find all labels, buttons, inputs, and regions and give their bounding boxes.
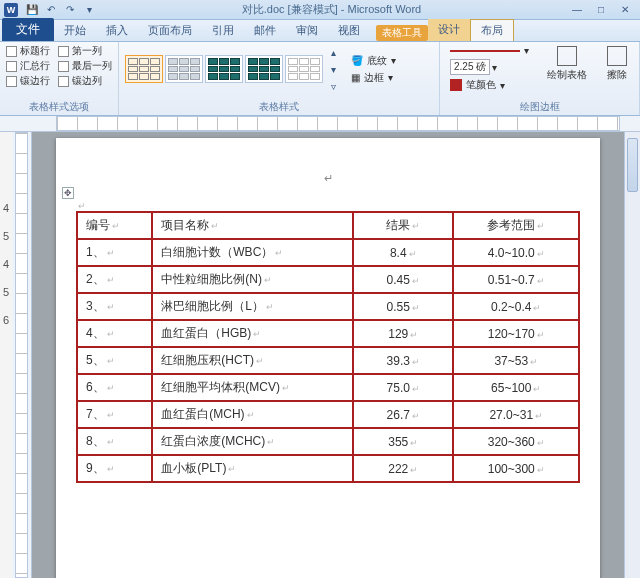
ruler-horizontal[interactable] <box>0 116 640 132</box>
group-table-styles: ▴ ▾ ▿ 🪣底纹▾ ▦边框▾ 表格样式 <box>119 42 440 115</box>
close-button[interactable]: ✕ <box>614 3 636 17</box>
table-row[interactable]: 8、↵红蛋白浓度(MCHC)↵355↵320~360↵ <box>77 428 579 455</box>
table-move-handle[interactable]: ✥ <box>62 187 74 199</box>
table-cell[interactable]: 100~300↵ <box>453 455 579 482</box>
table-cell[interactable]: 39.3↵ <box>353 347 453 374</box>
selection-gutter: 4 5 4 5 6 <box>0 132 12 578</box>
table-cell[interactable]: 白细胞计数（WBC）↵ <box>152 239 353 266</box>
style-thumb-2[interactable] <box>165 55 203 83</box>
table-row[interactable]: 5、↵红细胞压积(HCT)↵39.3↵37~53↵ <box>77 347 579 374</box>
pen-width[interactable]: 2.25 磅▾ <box>446 58 533 76</box>
table-row[interactable]: 4、↵血红蛋白（HGB)↵129↵120~170↵ <box>77 320 579 347</box>
tab-home[interactable]: 开始 <box>54 20 96 41</box>
table-cell[interactable]: 27.0~31↵ <box>453 401 579 428</box>
gallery-down-icon[interactable]: ▾ <box>325 61 341 77</box>
chk-header-row[interactable]: 标题行 <box>6 44 50 58</box>
table-cell[interactable]: 4.0~10.0↵ <box>453 239 579 266</box>
tab-file[interactable]: 文件 <box>2 18 54 41</box>
table-cell[interactable]: 红蛋白浓度(MCHC)↵ <box>152 428 353 455</box>
undo-icon[interactable]: ↶ <box>43 2 59 18</box>
chk-total-row[interactable]: 汇总行 <box>6 59 50 73</box>
group-label-table-styles: 表格样式 <box>125 99 433 114</box>
scrollbar-vertical[interactable] <box>624 132 640 578</box>
table-row[interactable]: 1、↵白细胞计数（WBC）↵8.4↵4.0~10.0↵ <box>77 239 579 266</box>
table-cell[interactable]: 8、↵ <box>77 428 152 455</box>
style-thumb-3[interactable] <box>205 55 243 83</box>
maximize-button[interactable]: □ <box>590 3 612 17</box>
tab-layout[interactable]: 布局 <box>470 19 514 41</box>
gallery-up-icon[interactable]: ▴ <box>325 44 341 60</box>
table-cell[interactable]: 血红蛋白(MCH)↵ <box>152 401 353 428</box>
table-cell[interactable]: 129↵ <box>353 320 453 347</box>
table-cell[interactable]: 6、↵ <box>77 374 152 401</box>
chk-banded-cols[interactable]: 镶边列 <box>58 74 112 88</box>
table-cell[interactable]: 355↵ <box>353 428 453 455</box>
table-cell[interactable]: 0.55↵ <box>353 293 453 320</box>
paragraph-mark: ↵ <box>107 275 115 285</box>
table-cell[interactable]: 0.2~0.4↵ <box>453 293 579 320</box>
tab-review[interactable]: 审阅 <box>286 20 328 41</box>
qat-more-icon[interactable]: ▾ <box>81 2 97 18</box>
table-cell[interactable]: 0.51~0.7↵ <box>453 266 579 293</box>
table-row[interactable]: 7、↵血红蛋白(MCH)↵26.7↵27.0~31↵ <box>77 401 579 428</box>
ruler-vertical[interactable] <box>12 132 32 578</box>
eraser-button[interactable]: 擦除 <box>601 44 633 84</box>
style-thumb-1[interactable] <box>125 55 163 83</box>
style-gallery[interactable]: ▴ ▾ ▿ <box>125 44 341 94</box>
table-cell[interactable]: 9、↵ <box>77 455 152 482</box>
table-row[interactable]: 6、↵红细胞平均体积(MCV)↵75.0↵65~100↵ <box>77 374 579 401</box>
table-cell[interactable]: 0.45↵ <box>353 266 453 293</box>
redo-icon[interactable]: ↷ <box>62 2 78 18</box>
table-header-row[interactable]: 编号↵ 项目名称↵ 结果↵ 参考范围↵ <box>77 212 579 239</box>
tab-mailings[interactable]: 邮件 <box>244 20 286 41</box>
chk-banded-rows[interactable]: 镶边行 <box>6 74 50 88</box>
pen-color[interactable]: 笔颜色▾ <box>446 77 533 93</box>
table-cell[interactable]: 淋巴细胞比例（L）↵ <box>152 293 353 320</box>
style-thumb-5[interactable] <box>285 55 323 83</box>
save-icon[interactable]: 💾 <box>24 2 40 18</box>
table-cell[interactable]: 320~360↵ <box>453 428 579 455</box>
table-cell[interactable]: 中性粒细胞比例(N)↵ <box>152 266 353 293</box>
data-table[interactable]: 编号↵ 项目名称↵ 结果↵ 参考范围↵ 1、↵白细胞计数（WBC）↵8.4↵4.… <box>76 211 580 483</box>
chk-last-col[interactable]: 最后一列 <box>58 59 112 73</box>
table-row[interactable]: 2、↵中性粒细胞比例(N)↵0.45↵0.51~0.7↵ <box>77 266 579 293</box>
table-cell[interactable]: 5、↵ <box>77 347 152 374</box>
style-thumb-4[interactable] <box>245 55 283 83</box>
table-cell[interactable]: 75.0↵ <box>353 374 453 401</box>
page-area[interactable]: ↵ ✥ ↵ 编号↵ 项目名称↵ 结果↵ 参考范围↵ 1、↵白细胞计数（WBC）↵… <box>32 132 624 578</box>
shading-button[interactable]: 🪣底纹▾ <box>347 53 400 69</box>
table-row[interactable]: 3、↵淋巴细胞比例（L）↵0.55↵0.2~0.4↵ <box>77 293 579 320</box>
table-cell[interactable]: 3、↵ <box>77 293 152 320</box>
table-cell[interactable]: 红细胞平均体积(MCV)↵ <box>152 374 353 401</box>
tab-insert[interactable]: 插入 <box>96 20 138 41</box>
table-cell[interactable]: 65~100↵ <box>453 374 579 401</box>
scroll-thumb[interactable] <box>627 138 638 192</box>
table-cell[interactable]: 1、↵ <box>77 239 152 266</box>
document-page[interactable]: ↵ ✥ ↵ 编号↵ 项目名称↵ 结果↵ 参考范围↵ 1、↵白细胞计数（WBC）↵… <box>56 138 600 578</box>
table-cell[interactable]: 红细胞压积(HCT)↵ <box>152 347 353 374</box>
table-cell[interactable]: 7、↵ <box>77 401 152 428</box>
gallery-more-icon[interactable]: ▿ <box>325 78 341 94</box>
paragraph-mark: ↵ <box>267 437 275 447</box>
paragraph-mark: ↵ <box>412 357 420 367</box>
table-cell[interactable]: 血红蛋白（HGB)↵ <box>152 320 353 347</box>
table-cell[interactable]: 26.7↵ <box>353 401 453 428</box>
tab-design[interactable]: 设计 <box>428 19 470 41</box>
table-cell[interactable]: 120~170↵ <box>453 320 579 347</box>
pen-style[interactable]: ▾ <box>446 44 533 57</box>
minimize-button[interactable]: — <box>566 3 588 17</box>
tab-page-layout[interactable]: 页面布局 <box>138 20 202 41</box>
draw-table-button[interactable]: 绘制表格 <box>541 44 593 84</box>
table-cell[interactable]: 222↵ <box>353 455 453 482</box>
table-cell[interactable]: 血小板(PLT)↵ <box>152 455 353 482</box>
table-cell[interactable]: 8.4↵ <box>353 239 453 266</box>
chk-first-col[interactable]: 第一列 <box>58 44 112 58</box>
table-cell[interactable]: 37~53↵ <box>453 347 579 374</box>
bucket-icon: 🪣 <box>351 55 363 66</box>
tab-references[interactable]: 引用 <box>202 20 244 41</box>
table-cell[interactable]: 2、↵ <box>77 266 152 293</box>
tab-view[interactable]: 视图 <box>328 20 370 41</box>
borders-button[interactable]: ▦边框▾ <box>347 70 400 86</box>
table-row[interactable]: 9、↵血小板(PLT)↵222↵100~300↵ <box>77 455 579 482</box>
table-cell[interactable]: 4、↵ <box>77 320 152 347</box>
